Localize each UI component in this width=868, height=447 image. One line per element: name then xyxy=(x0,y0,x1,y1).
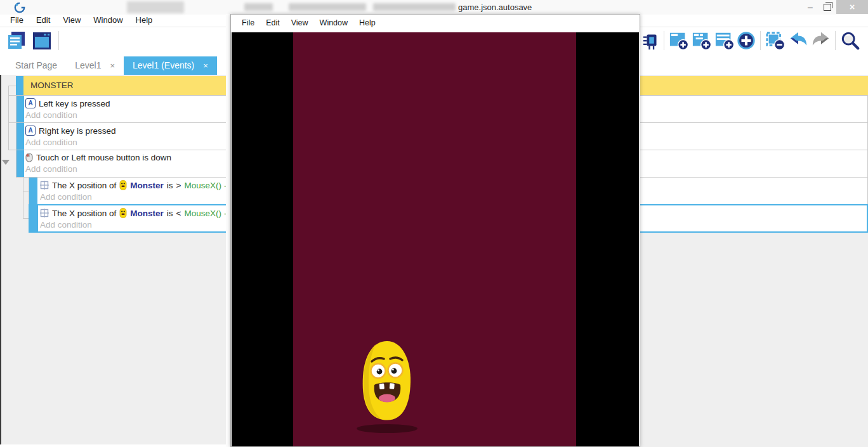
tree-line xyxy=(8,122,16,123)
divider xyxy=(835,31,836,50)
position-icon xyxy=(40,181,49,190)
menu-item-file[interactable]: File xyxy=(236,18,260,27)
tree-line xyxy=(8,150,16,150)
menu-item-file[interactable]: File xyxy=(4,15,30,27)
delete-event-icon[interactable] xyxy=(765,30,786,51)
menubar: File Edit View Window Help xyxy=(4,15,159,27)
divider xyxy=(226,14,230,447)
debugger-icon[interactable] xyxy=(641,30,662,51)
preview-menubar: File Edit View Window Help xyxy=(236,18,381,27)
condition-text: The X position of xyxy=(52,209,116,218)
menu-item-edit[interactable]: Edit xyxy=(260,18,286,27)
monster-shadow xyxy=(357,424,418,433)
event-selection-bar xyxy=(16,123,24,150)
menu-item-help[interactable]: Help xyxy=(129,15,159,27)
search-events-icon[interactable] xyxy=(840,30,860,51)
event-selection-bar xyxy=(30,205,38,231)
tab-close-icon[interactable]: × xyxy=(110,56,115,75)
menu-item-help[interactable]: Help xyxy=(353,18,381,27)
blurred-title-text xyxy=(127,1,184,13)
add-subevent-icon[interactable] xyxy=(692,30,712,51)
menu-item-window[interactable]: Window xyxy=(87,15,129,27)
divider xyxy=(0,444,230,447)
tree-line xyxy=(23,218,29,219)
menu-item-edit[interactable]: Edit xyxy=(30,15,56,27)
close-button[interactable]: × xyxy=(836,0,868,14)
tab-level1[interactable]: Level1 × xyxy=(66,56,124,75)
position-icon xyxy=(40,209,49,217)
tree-line xyxy=(23,178,23,219)
gdevelop-logo xyxy=(14,2,25,13)
tab-start-page[interactable]: Start Page xyxy=(6,56,66,75)
event-selection-bar xyxy=(16,76,23,95)
monster-object-icon xyxy=(119,180,127,190)
divider xyxy=(58,31,59,50)
event-selection-bar xyxy=(16,96,24,122)
condition-text: The X position of xyxy=(52,181,116,190)
tree-line xyxy=(8,95,16,96)
event-selection-bar xyxy=(16,150,24,177)
monster-sprite xyxy=(356,338,418,438)
game-scene-background xyxy=(293,32,576,446)
add-comment-icon[interactable] xyxy=(714,30,735,51)
keyboard-key-icon: A xyxy=(25,126,36,136)
menu-item-view[interactable]: View xyxy=(56,15,87,27)
add-event-icon[interactable] xyxy=(669,30,689,51)
project-manager-icon[interactable] xyxy=(6,30,27,51)
event-selection-bar xyxy=(29,178,37,204)
condition-text: Touch or Left mouse button is down xyxy=(36,153,171,162)
collapse-arrow-icon[interactable] xyxy=(2,160,10,165)
redo-icon[interactable] xyxy=(811,30,831,51)
tree-line xyxy=(8,86,16,86)
condition-text: Left key is pressed xyxy=(39,99,110,108)
monster-object-icon xyxy=(119,208,127,218)
preview-window: File Edit View Window Help xyxy=(230,14,640,447)
mouse-icon xyxy=(25,153,33,162)
expression-text: MouseX() - xyxy=(184,209,227,218)
menu-item-window[interactable]: Window xyxy=(314,18,353,27)
tab-level1-events[interactable]: Level1 (Events) × xyxy=(124,56,217,75)
blurred-title-text xyxy=(244,3,273,11)
window-titlebar: game.json.autosave – × xyxy=(0,0,868,15)
expression-text: MouseX() - xyxy=(184,181,227,190)
add-other-event-icon[interactable] xyxy=(736,30,756,51)
object-name: Monster xyxy=(130,181,164,190)
menu-item-view[interactable]: View xyxy=(286,18,314,27)
divider xyxy=(664,31,664,50)
tab-close-icon[interactable]: × xyxy=(203,56,208,75)
divider xyxy=(760,31,761,50)
window-title: game.json.autosave xyxy=(458,3,532,12)
object-name: Monster xyxy=(130,209,164,218)
keyboard-key-icon: A xyxy=(25,98,36,108)
condition-text: Right key is pressed xyxy=(39,126,116,136)
restore-button[interactable] xyxy=(824,4,831,11)
game-canvas[interactable] xyxy=(232,32,639,446)
undo-icon[interactable] xyxy=(788,30,808,51)
tree-line xyxy=(23,191,29,191)
blurred-title-text xyxy=(373,3,456,11)
minimize-button[interactable]: – xyxy=(803,2,817,13)
blurred-title-text xyxy=(289,3,366,11)
scene-editor-icon[interactable] xyxy=(32,30,52,51)
divider xyxy=(0,75,1,447)
